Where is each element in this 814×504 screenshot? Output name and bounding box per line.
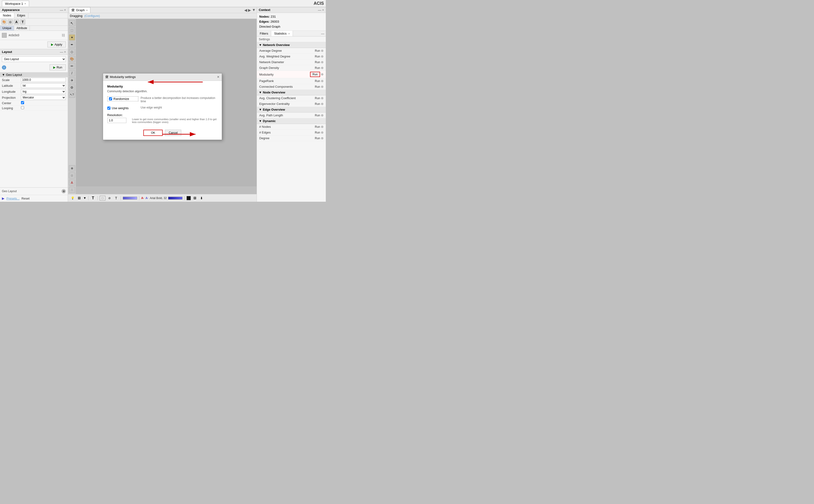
appearance-header: Appearance — × (0, 7, 68, 13)
section-network-overview[interactable]: ▼ Network Overview (257, 42, 326, 48)
color-icon2[interactable]: 🖼 (192, 195, 197, 201)
title-bar: Workspace 1 × ACIS (0, 0, 326, 7)
run-graph-density[interactable]: Run (315, 66, 320, 70)
presets-link[interactable]: Presets... (6, 197, 20, 200)
font-name-label: Arial Bold, 32 (150, 196, 167, 200)
run-eigenvector[interactable]: Run (315, 102, 320, 106)
geo-row-looping: Looping (0, 106, 68, 111)
run-connected-components[interactable]: Run (315, 85, 320, 88)
nodes-label: Nodes: (259, 15, 270, 18)
use-weights-checkbox[interactable] (107, 107, 110, 110)
appearance-minimize-icon[interactable]: — (60, 8, 63, 12)
resolution-input[interactable] (107, 118, 126, 123)
ok-button[interactable]: OK (143, 130, 163, 136)
nav-left-icon[interactable]: ◀ (244, 8, 247, 12)
modal-close-button[interactable]: × (217, 75, 219, 79)
modal-overlay: 🕸 Modularity settings × Modularity Commu… (68, 19, 257, 194)
geo-section-header[interactable]: ▼ Geo Layout (0, 72, 68, 77)
layout-title: Layout (2, 50, 12, 54)
chain-icon: ⛓ (61, 33, 66, 38)
ring-icon[interactable]: ◎ (8, 19, 13, 25)
run-average-degree[interactable]: Run (315, 49, 320, 52)
layout-minimize-icon[interactable]: — (60, 50, 63, 54)
workspace-close-icon[interactable]: × (25, 2, 26, 5)
text-t-icon[interactable]: T (20, 19, 25, 25)
subtab-unique[interactable]: Unique (0, 26, 14, 31)
randomize-checkbox[interactable] (109, 97, 112, 100)
run-nodes-dynamic[interactable]: Run (315, 125, 320, 129)
context-header: Context — × (257, 7, 326, 13)
center-checkbox[interactable] (21, 101, 24, 104)
stats-row-connected-components: Connected Components Run (257, 84, 326, 90)
tab-nodes[interactable]: Nodes (0, 13, 14, 18)
text-a-icon[interactable]: A (14, 19, 19, 25)
section-dynamic[interactable]: ▼ Dynamic (257, 118, 326, 124)
download-icon[interactable]: ⬇ (199, 195, 204, 201)
context-close-icon[interactable]: × (322, 8, 324, 12)
run-modularity-highlighted[interactable]: Run (310, 72, 320, 77)
graph-bottom-bar: 💡 🖼 ▼ T ⬚ ⊘ T A· A· Arial Bold, 32 🖼 ⬇ (68, 194, 257, 202)
scale-input[interactable] (21, 78, 66, 82)
run-avg-weighted-degree[interactable]: Run (315, 55, 320, 58)
gear-circle-icon[interactable]: ⚙ (62, 189, 66, 193)
randomize-label[interactable]: Randomize (107, 96, 138, 101)
apply-button[interactable]: ▶ Apply (47, 41, 66, 47)
stats-row-avg-weighted-degree: Avg. Weighted Degree Run (257, 54, 326, 59)
stats-row-edges-dynamic: # Edges Run (257, 130, 326, 135)
color-swatch[interactable] (2, 33, 7, 38)
cancel-button[interactable]: Cancel (165, 130, 181, 136)
graph-type-label: Directed Graph (259, 25, 280, 28)
bulb-icon[interactable]: 💡 (70, 195, 75, 201)
color-rect[interactable] (186, 196, 191, 200)
select-rect-icon[interactable]: ⬚ (100, 196, 105, 201)
layout-select[interactable]: Geo Layout (2, 56, 66, 62)
run-avg-path-length[interactable]: Run (315, 114, 320, 117)
font-slider[interactable] (168, 197, 182, 200)
run-pagerank[interactable]: Run (315, 79, 320, 83)
graph-tab-close[interactable]: × (86, 9, 87, 12)
workspace-tab[interactable]: Workspace 1 × (2, 1, 29, 6)
text-T-icon[interactable]: T (90, 195, 96, 201)
section-node-overview[interactable]: ▼ Node Overview (257, 90, 326, 95)
appearance-close-icon[interactable]: × (64, 8, 66, 12)
stats-minimize-icon[interactable]: — (321, 32, 324, 35)
graph-tab-icon: 🕸 (72, 8, 75, 12)
longitude-select[interactable]: lng (21, 89, 66, 94)
looping-checkbox[interactable] (21, 106, 24, 109)
context-minimize-icon[interactable]: — (318, 8, 321, 12)
layout-close-icon[interactable]: × (64, 50, 66, 54)
palette-icon[interactable]: 🎨 (1, 19, 7, 25)
image-dropdown[interactable]: ▼ (83, 196, 86, 200)
tab-edges[interactable]: Edges (14, 13, 28, 18)
graph-tab[interactable]: 🕸 Graph × (69, 7, 90, 13)
configure-link[interactable]: (Configure) (84, 14, 100, 18)
dot-network-diameter (321, 61, 323, 63)
tab-statistics[interactable]: Statistics × (271, 31, 293, 36)
slider-bar[interactable] (123, 197, 137, 200)
nav-right-icon[interactable]: ▶ (248, 8, 251, 12)
geo-section-title: Geo Layout (6, 73, 22, 77)
subtab-attribute[interactable]: Attribute (14, 26, 30, 31)
section-edge-overview[interactable]: ▼ Edge Overview (257, 107, 326, 113)
stats-tab-close-icon[interactable]: × (288, 32, 290, 35)
run-edges-dynamic[interactable]: Run (315, 131, 320, 134)
color-row: #c0c0c0 ⛓ (0, 31, 68, 40)
image-icon[interactable]: 🖼 (77, 195, 82, 201)
tab-filters[interactable]: Filters (257, 31, 271, 36)
latitude-select[interactable]: lat (21, 83, 66, 88)
run-button[interactable]: ▶ Run (50, 64, 66, 70)
run-avg-clustering[interactable]: Run (315, 97, 320, 100)
info-icon[interactable]: i (2, 65, 6, 70)
nav-dropdown-icon[interactable]: ▼ (252, 8, 256, 12)
use-weights-label[interactable]: Use weights (107, 106, 138, 110)
stats-row-graph-density: Graph Density Run (257, 65, 326, 71)
select-T-icon[interactable]: T (113, 195, 119, 201)
projection-select[interactable]: Mercator (21, 95, 66, 100)
run-network-diameter[interactable]: Run (315, 61, 320, 64)
appearance-section: Appearance — × Nodes Edges 🎨 ◎ A T Uniqu… (0, 7, 68, 49)
dot-eigenvector (321, 103, 323, 105)
run-degree-dynamic[interactable]: Run (315, 137, 320, 140)
use-weights-row: Use weights Use edge weight (107, 106, 217, 110)
select-lasso-icon[interactable]: ⊘ (107, 195, 112, 201)
reset-link[interactable]: Reset (21, 197, 30, 200)
